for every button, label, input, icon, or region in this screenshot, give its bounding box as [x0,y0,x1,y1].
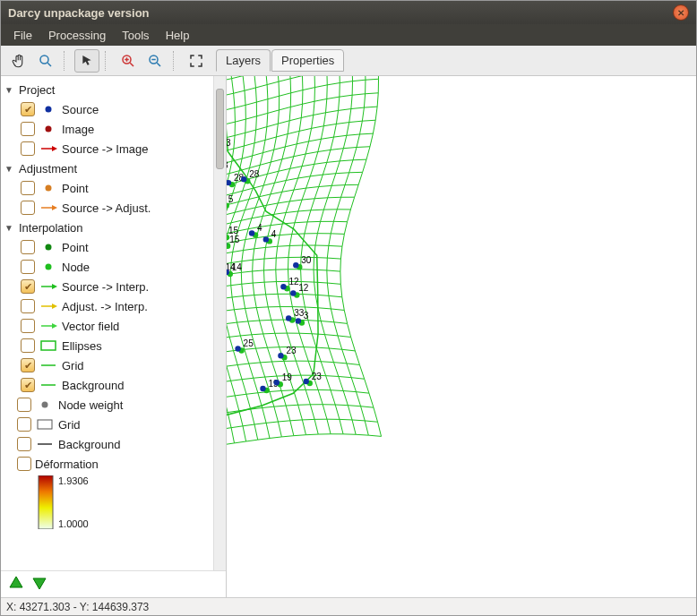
dot-red-icon [39,124,58,133]
tree-int-point[interactable]: Point [17,237,213,257]
map-viewport[interactable]: 2732223313133131282810105521211818111515… [227,76,696,597]
dot-green-icon [39,243,58,252]
svg-text:4: 4 [257,223,262,233]
extent-icon[interactable] [184,49,209,73]
menu-file[interactable]: File [6,27,39,44]
checkbox-int-node[interactable] [21,260,35,274]
tree-adj-point[interactable]: Point [17,178,213,198]
checkbox-src-img[interactable] [21,141,35,156]
rect-green-icon [39,340,58,351]
menu-tools[interactable]: Tools [115,27,156,44]
svg-point-21 [42,402,48,408]
menubar: File Processing Tools Help [1,24,696,46]
svg-point-225 [260,386,265,391]
pan-hand-icon[interactable] [6,49,31,73]
chevron-down-icon[interactable]: ▼ [4,223,15,233]
checkbox-deform[interactable] [17,457,31,471]
zoom-in-icon[interactable] [116,49,141,73]
tree-image[interactable]: Image [17,119,213,139]
tree-int-node[interactable]: Node [17,257,213,277]
arrow-green-icon [39,282,58,291]
checkbox-image[interactable] [21,122,35,136]
checkbox-int-src[interactable] [21,279,35,294]
coords-label: X: 43271.303 - Y: 144639.373 [6,601,149,613]
gradient-legend-icon [37,475,55,529]
svg-point-3 [46,107,52,113]
svg-point-117 [249,230,254,235]
tree-deformation[interactable]: Déformation [1,454,213,474]
close-icon[interactable]: ✕ [673,4,689,21]
checkbox-bg[interactable] [17,437,31,451]
tab-properties[interactable]: Properties [271,49,344,72]
tree-int-vec[interactable]: Vector field [17,316,213,336]
sidebar-scrollbar[interactable] [213,76,226,570]
svg-marker-17 [52,323,57,329]
checkbox-int-adj[interactable] [21,299,35,313]
checkbox-grid[interactable] [17,417,31,432]
svg-text:5: 5 [228,194,234,204]
svg-point-4 [46,126,52,133]
svg-point-229 [274,380,280,385]
tree-int-grid[interactable]: Grid [17,355,213,375]
checkbox-adj-point[interactable] [21,181,35,195]
checkbox-int-ell[interactable] [21,338,35,353]
menu-processing[interactable]: Processing [41,27,113,44]
tree-interpolation[interactable]: ▼ Interpolation [1,218,213,237]
tree-int-adj[interactable]: Adjust. -> Interp. [17,296,213,316]
svg-text:13: 13 [227,138,231,148]
content-area: ▼ Project Source Image Source -> Imag [1,76,696,597]
svg-point-11 [46,264,52,270]
menu-help[interactable]: Help [159,27,197,44]
svg-text:4: 4 [271,229,277,239]
tree-background[interactable]: Background [1,434,213,454]
svg-text:28: 28 [249,169,260,179]
tree-int-src[interactable]: Source -> Interp. [17,277,213,296]
deformation-legend: 1.9306 1.0000 [17,475,213,529]
checkbox-adj-src[interactable] [21,201,35,215]
svg-point-205 [278,353,283,358]
checkbox-int-bg[interactable] [21,378,35,392]
checkbox-nodeweight[interactable] [17,398,31,412]
svg-marker-6 [52,146,57,151]
sidebar-footer [1,570,226,597]
tree-source[interactable]: Source [17,99,213,119]
move-down-icon[interactable] [31,575,47,595]
move-up-icon[interactable] [8,575,24,595]
dot-orange-icon [39,184,58,192]
checkbox-int-grid[interactable] [21,358,35,372]
tree-adj-source[interactable]: Source -> Adjust. [17,198,213,218]
legend-max: 1.9306 [58,475,89,486]
checkbox-int-point[interactable] [21,240,35,254]
svg-rect-22 [38,420,52,429]
tab-layers[interactable]: Layers [216,49,271,72]
arrow-yellow-icon [39,302,58,311]
svg-point-0 [40,56,48,64]
layers-sidebar: ▼ Project Source Image Source -> Imag [1,76,227,597]
checkbox-source[interactable] [21,102,35,116]
rect-outline-icon [35,419,55,430]
tree-adjustment[interactable]: ▼ Adjustment [1,158,213,178]
svg-point-189 [296,318,301,323]
layer-tree[interactable]: ▼ Project Source Image Source -> Imag [1,76,213,570]
chevron-down-icon[interactable]: ▼ [4,164,15,174]
svg-text:25: 25 [244,338,254,348]
tree-grid[interactable]: Grid [1,415,213,434]
tree-source-image[interactable]: Source -> Image [17,139,213,158]
svg-point-149 [293,262,298,268]
dot-grey-icon [35,400,55,409]
svg-marker-15 [52,304,57,309]
svg-text:30: 30 [301,255,312,265]
arrow-red-icon [39,144,58,153]
svg-text:23: 23 [312,372,323,381]
zoom-out-icon[interactable] [142,49,168,73]
svg-point-69 [241,176,246,182]
tree-int-bg[interactable]: Background [17,375,213,395]
tree-int-ellipses[interactable]: Ellipses [17,336,213,355]
chevron-down-icon[interactable]: ▼ [4,85,15,95]
zoom-icon[interactable] [33,49,58,73]
cursor-icon[interactable] [74,49,99,73]
tree-nodeweight[interactable]: Node weight [1,395,213,415]
checkbox-int-vec[interactable] [21,319,35,333]
tree-project[interactable]: ▼ Project [1,80,213,99]
svg-marker-13 [52,284,57,289]
